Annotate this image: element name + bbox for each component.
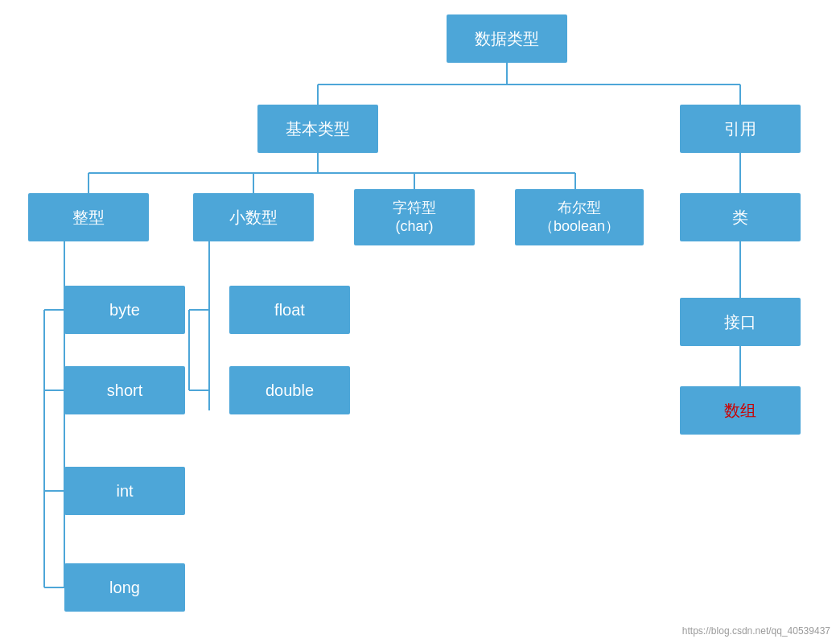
int-type-node: 整型 (28, 193, 149, 241)
float-type-node: 小数型 (193, 193, 314, 241)
short-node: short (64, 366, 185, 414)
watermark: https://blog.csdn.net/qq_40539437 (682, 625, 830, 637)
char-type-node: 字符型(char) (354, 189, 475, 245)
array-node: 数组 (680, 386, 801, 435)
ref-node: 引用 (680, 105, 801, 153)
root-node: 数据类型 (447, 14, 567, 63)
class-node: 类 (680, 193, 801, 241)
int-node: int (64, 467, 185, 515)
basic-type-node: 基本类型 (257, 105, 378, 153)
diagram: 数据类型 基本类型 引用 整型 小数型 字符型(char) 布尔型（boolea… (0, 0, 840, 643)
long-node: long (64, 563, 185, 612)
float-node: float (229, 286, 350, 334)
interface-node: 接口 (680, 298, 801, 346)
bool-type-node: 布尔型（boolean） (515, 189, 644, 245)
byte-node: byte (64, 286, 185, 334)
double-node: double (229, 366, 350, 414)
